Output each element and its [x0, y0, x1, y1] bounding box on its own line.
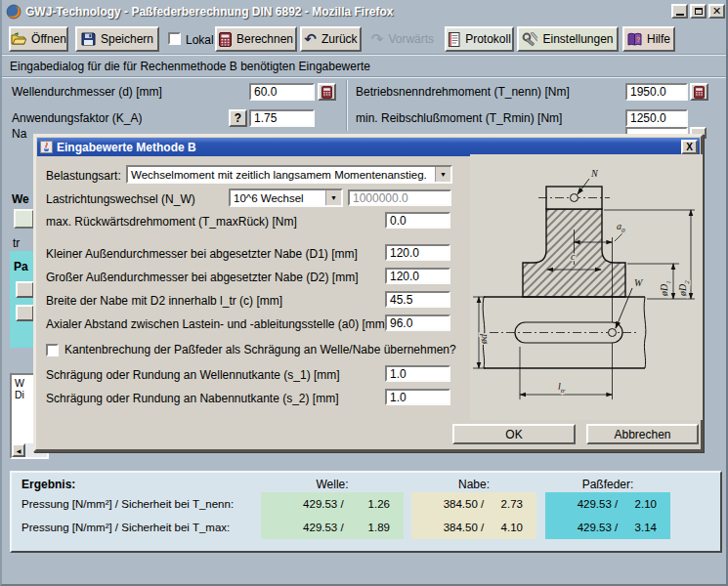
forward-button[interactable]: ↷ Vorwärts	[365, 26, 440, 52]
wellendurchmesser-label: Wellendurchmesser (d) [mm]	[12, 84, 162, 101]
chevron-down-icon[interactable]: ▼	[325, 190, 341, 205]
firefox-icon	[6, 4, 21, 20]
reibschlussmoment-label: min. Reibschlußmoment (T_Rmin) [Nm]	[356, 110, 562, 127]
kantenbrechung-checkbox[interactable]	[46, 344, 59, 356]
calculator-icon	[694, 86, 705, 99]
a0-label: Axialer Abstand zwischen Lastein- und -a…	[46, 316, 388, 333]
nabe-label-partial: Na	[12, 126, 26, 143]
passfeder-button-partial[interactable]	[16, 281, 34, 298]
anwendungsfaktor-label: Anwendungsfaktor (K_A)	[12, 110, 142, 127]
forward-label: Vorwärts	[388, 32, 434, 46]
column-header-passfeder: Paßfeder:	[545, 478, 670, 491]
passfeder-section-label-partial: Pa	[14, 260, 28, 273]
chevron-down-icon[interactable]: ▼	[435, 167, 450, 182]
open-label: Öffnen	[31, 32, 66, 46]
header-separator	[2, 76, 728, 78]
d2-label: Großer Außendurchmesser bei abgesetzter …	[46, 270, 358, 286]
lastrichtungswechsel-value-input	[348, 189, 451, 206]
label-a0: a0	[617, 221, 625, 234]
dialog-close-button[interactable]: X	[681, 140, 698, 154]
a0-input[interactable]	[385, 314, 450, 331]
calculator-icon	[321, 86, 332, 99]
help-button[interactable]: ? Hilfe	[622, 26, 675, 52]
save-button[interactable]: Speichern	[75, 26, 159, 52]
passfeder-tmax-row: 429.53 /3.14	[545, 516, 670, 539]
back-button[interactable]: ↶ Zurück	[300, 26, 362, 52]
label-d: ød	[478, 333, 489, 345]
passfeder-button2-partial[interactable]	[16, 305, 34, 321]
d1-input[interactable]	[385, 244, 450, 261]
column-header-nabe: Nabe:	[411, 478, 536, 491]
ok-button[interactable]: OK	[452, 424, 576, 444]
d2-input[interactable]	[385, 268, 450, 284]
cancel-button[interactable]: Abbrechen	[586, 424, 699, 444]
anwendungsfaktor-help-button[interactable]: ?	[229, 109, 247, 127]
lastrichtungswechsel-selected: 10^6 Wechsel	[231, 192, 325, 204]
forward-arrow-icon: ↷	[371, 32, 384, 46]
reibschlussmoment-input[interactable]	[625, 109, 688, 127]
form-column-divider	[346, 80, 348, 131]
calculate-button[interactable]: Berechnen	[215, 26, 297, 52]
java-icon	[40, 141, 53, 153]
settings-tools-icon	[522, 32, 537, 47]
betriebsnenndrehmoment-label: Betriebsnenndrehmoment (T_nenn) [Nm]	[356, 84, 570, 101]
passfeder-tnenn-row: 429.53 /2.10	[545, 492, 670, 516]
window-titlebar[interactable]: GWJ-Technology - Paßfederberechnung DIN …	[2, 0, 728, 22]
label-W: W	[634, 277, 644, 288]
back-arrow-icon: ↶	[304, 32, 317, 46]
open-button[interactable]: Öffnen	[9, 26, 68, 52]
page-header: Eingabedialog für die für Rechenmethode …	[10, 60, 370, 73]
belastungsart-value: Wechselmoment mit zeitlich langsamem Mom…	[128, 169, 435, 181]
betriebsnenndrehmoment-calc-button[interactable]	[690, 83, 708, 101]
scroll-left-icon: ◀	[17, 447, 21, 454]
wellendurchmesser-input[interactable]	[249, 83, 315, 101]
maximize-icon	[695, 8, 703, 15]
dialog-title: Eingabewerte Methode B	[57, 141, 196, 154]
protocol-label: Protokoll	[465, 32, 511, 46]
rueckwaertsdrehmoment-label: max. Rückwärtsdrehmoment (T_maxRück) [Nm…	[46, 214, 297, 230]
help-book-icon: ?	[627, 32, 642, 46]
result-row-label-tnenn: Pressung [N/mm²] / Sicherheit bei T_nenn…	[21, 492, 234, 516]
belastungsart-select[interactable]: Wechselmoment mit zeitlich langsamem Mom…	[126, 165, 452, 184]
calculate-label: Berechnen	[236, 32, 293, 46]
minimize-icon	[676, 14, 684, 16]
passfeder-panel-partial: Pa	[10, 251, 35, 348]
rueckwaertsdrehmoment-input[interactable]	[385, 212, 450, 229]
s1-label: Schrägung oder Rundung an Wellennutkante…	[46, 367, 340, 384]
results-panel: Ergebnis: Welle: Nabe: Paßfeder: Pressun…	[10, 471, 722, 553]
settings-button[interactable]: Einstellungen	[517, 26, 619, 52]
betriebsnenndrehmoment-input[interactable]	[625, 83, 688, 101]
welle-result-block: 429.53 /1.26 429.53 /1.89	[261, 492, 404, 539]
s2-input[interactable]	[385, 389, 450, 405]
technical-drawing: N a0 c W øD1	[470, 154, 703, 420]
welle-field-partial[interactable]	[14, 209, 34, 229]
dialog-eingabewerte-methode-b: Eingabewerte Methode B X Belastungsart: …	[33, 134, 704, 452]
nabe-tmax-row: 384.50 /4.10	[411, 516, 536, 539]
passfeder-result-block: 429.53 /2.10 429.53 /3.14	[545, 492, 670, 539]
protocol-button[interactable]: Protokoll	[445, 26, 514, 52]
kantenbrechung-checkbox-label[interactable]: Kantenbrechung der Paßfeder als Schrägun…	[64, 342, 456, 358]
anwendungsfaktor-input[interactable]	[249, 109, 315, 127]
s2-label: Schrägung oder Rundung an Nabennutkante …	[46, 391, 339, 407]
local-checkbox[interactable]	[168, 32, 181, 45]
calculator-icon	[219, 32, 232, 47]
scroll-left-button[interactable]: ◀	[12, 443, 25, 457]
dialog-close-icon: X	[686, 142, 693, 152]
maximize-button[interactable]	[690, 4, 707, 19]
minimize-button[interactable]	[671, 4, 688, 19]
belastungsart-label: Belastungsart:	[46, 168, 121, 185]
wellendurchmesser-calc-button[interactable]	[318, 83, 336, 101]
close-button[interactable]: ✕	[708, 4, 725, 19]
label-D2: øD2	[677, 280, 691, 297]
svg-text:?: ?	[636, 36, 640, 43]
local-checkbox-label[interactable]: Lokal	[186, 32, 214, 49]
nabenbreite-c-input[interactable]	[385, 291, 450, 308]
s1-input[interactable]	[385, 365, 450, 382]
lastrichtungswechsel-select[interactable]: 10^6 Wechsel ▼	[229, 188, 343, 207]
nabe-tnenn-row: 384.50 /2.73	[411, 492, 536, 516]
label-ltr: ltr	[558, 381, 566, 395]
welle-section-label-partial: We	[12, 192, 29, 206]
lastrichtungswechsel-label: Lastrichtungswechsel (N_W)	[46, 191, 195, 208]
label-N: N	[590, 168, 599, 179]
welle-tnenn-row: 429.53 /1.26	[261, 492, 404, 516]
